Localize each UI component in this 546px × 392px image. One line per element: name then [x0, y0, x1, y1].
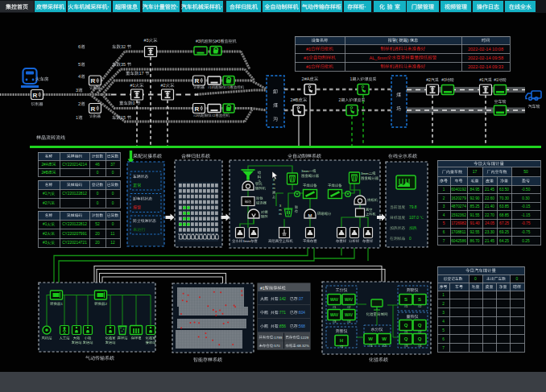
svg-text:21.40: 21.40 [485, 204, 494, 208]
svg-text:#4: #4 [347, 320, 351, 324]
svg-text:Q: Q [404, 336, 408, 341]
svg-text:37: 37 [110, 163, 115, 167]
svg-text:#2: #2 [43, 232, 48, 236]
svg-text:35: 35 [121, 62, 126, 67]
svg-text::1229: :1229 [300, 336, 309, 340]
svg-text:m: m [279, 212, 282, 216]
svg-text:0: 0 [112, 201, 114, 205]
svg-text:3mm: 3mm [361, 171, 369, 175]
svg-text:W: W [368, 336, 373, 341]
svg-text:WAV: WAV [330, 298, 339, 302]
svg-text:#1: #1 [479, 77, 484, 82]
svg-text:0: 0 [97, 192, 99, 196]
svg-text:5: 5 [442, 328, 445, 332]
svg-text:32: 32 [121, 44, 126, 49]
svg-text:1620279: 1620279 [451, 196, 466, 200]
svg-text:#1: #1 [260, 286, 265, 291]
svg-text:M: M [308, 213, 312, 218]
svg-text:37: 37 [299, 297, 304, 301]
svg-text:#1: #1 [494, 77, 498, 82]
svg-text:2022-02-14 10:08: 2022-02-14 10:08 [468, 47, 503, 52]
svg-text:0: 0 [112, 171, 114, 175]
svg-text:7: 7 [443, 239, 445, 243]
svg-text:CY220214721: CY220214721 [62, 241, 87, 245]
svg-text:0: 0 [133, 101, 135, 105]
svg-text:#1: #1 [225, 85, 230, 89]
svg-text:2: 2 [339, 97, 341, 102]
svg-text:2022-02-14 09:58: 2022-02-14 09:58 [468, 56, 503, 60]
svg-text:#3: #3 [404, 344, 408, 348]
svg-text:WAV: WAV [345, 298, 354, 302]
svg-text:m: m [272, 186, 275, 190]
svg-text:#2: #2 [43, 201, 48, 205]
svg-text:2: 2 [442, 302, 445, 306]
svg-text:568: 568 [299, 324, 305, 328]
svg-text:79.8: 79.8 [409, 205, 417, 209]
svg-text:#1: #1 [306, 47, 311, 52]
svg-text:#1: #1 [404, 304, 408, 308]
svg-text:7: 7 [442, 346, 445, 350]
svg-text:#2: #2 [418, 304, 422, 308]
svg-text:5: 5 [78, 62, 81, 67]
svg-text:-0.75: -0.75 [522, 221, 531, 225]
svg-text:2: 2 [78, 101, 81, 106]
svg-text:17: 17 [473, 169, 478, 174]
svg-text:#1: #1 [369, 344, 373, 348]
svg-text:#1: #1 [306, 64, 311, 69]
svg-text:0: 0 [112, 192, 114, 196]
svg-text:24.05: 24.05 [485, 221, 494, 225]
svg-text:H: H [340, 338, 343, 343]
svg-text:85.25: 85.25 [469, 204, 479, 208]
svg-text::570: :570 [273, 344, 280, 348]
svg-text:-0.50: -0.50 [522, 188, 531, 192]
svg-text:2#B: 2#B [291, 97, 299, 102]
svg-text:·: · [176, 4, 178, 10]
svg-text:CY220122812: CY220122812 [62, 192, 87, 196]
svg-text:70.30: 70.30 [499, 196, 509, 200]
svg-text:2#B: 2#B [41, 171, 48, 175]
svg-text:#1: #1 [208, 85, 212, 89]
svg-text:6: 6 [78, 44, 81, 49]
svg-text:50: 50 [523, 169, 528, 174]
svg-text:63.85: 63.85 [499, 204, 509, 208]
svg-text:23.30: 23.30 [485, 230, 494, 234]
svg-text:S: S [418, 297, 421, 302]
svg-text:2#A: 2#A [41, 163, 48, 167]
svg-text:0: 0 [474, 276, 477, 281]
svg-text:63.50: 63.50 [499, 188, 509, 192]
svg-text:3mm: 3mm [301, 169, 309, 173]
svg-text:0: 0 [97, 201, 99, 205]
svg-text:): ) [407, 38, 409, 43]
svg-text:86.70: 86.70 [469, 239, 479, 243]
svg-text:21.45: 21.45 [485, 239, 494, 243]
svg-text:2: 2 [443, 196, 445, 200]
svg-text:#2: #2 [383, 344, 387, 348]
svg-text:68.85: 68.85 [499, 213, 509, 217]
svg-text:WAV: WAV [345, 313, 354, 317]
svg-text:69.25: 69.25 [499, 230, 509, 234]
svg-text:R: R [33, 92, 38, 99]
svg-text:0.30: 0.30 [522, 196, 530, 200]
svg-text:#2: #2 [211, 113, 215, 118]
svg-text:#3: #3 [441, 77, 446, 82]
svg-text:15: 15 [121, 115, 126, 120]
svg-text:0.25: 0.25 [522, 239, 530, 243]
svg-text:#3: #3 [196, 39, 201, 43]
svg-text:1: 1 [443, 188, 445, 192]
svg-text:W: W [382, 336, 387, 341]
svg-text:CY220207991: CY220207991 [62, 232, 87, 236]
svg-text:0: 0 [112, 222, 114, 226]
svg-text:107.0: 107.0 [409, 216, 419, 220]
svg-text:#3: #3 [216, 39, 221, 43]
svg-text:#1: #1 [130, 83, 134, 88]
svg-text:92.90: 92.90 [469, 196, 479, 200]
svg-text:20: 20 [95, 232, 100, 236]
svg-text:(: ( [396, 38, 398, 43]
svg-text:#3: #3 [333, 320, 337, 324]
svg-text:0: 0 [516, 276, 519, 281]
svg-text:21.45: 21.45 [485, 188, 494, 192]
svg-text:#2: #2 [426, 77, 431, 82]
svg-text:R: R [91, 77, 96, 85]
svg-text::1799: :1799 [273, 336, 283, 340]
svg-text:22.60: 22.60 [485, 196, 494, 200]
